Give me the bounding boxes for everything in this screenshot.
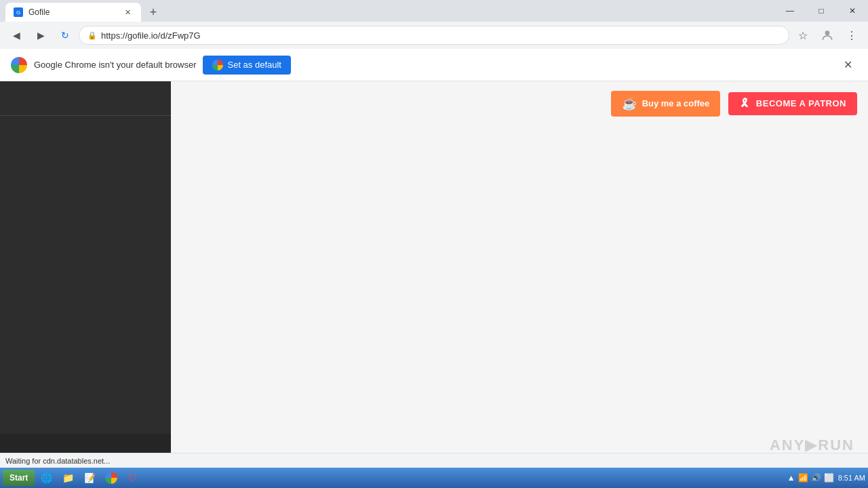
sidebar [0,81,171,468]
title-bar: G Gofile ✕ + — □ ✕ [0,0,868,22]
coffee-icon: ☕ [622,96,637,111]
lock-icon: 🔒 [87,31,97,40]
bookmark-button[interactable]: ☆ [792,24,814,46]
tab-favicon: G [14,7,23,17]
chrome-logo-icon [11,57,27,73]
browser-content: ☕ Buy me a coffee 🎗 BECOME A PATRON [0,81,868,468]
tray-battery-icon: ⬜ [824,473,834,483]
tray-network-icon: 📶 [798,473,808,483]
ie-icon: 🌐 [40,472,52,484]
status-text: Waiting for cdn.datatables.net... [5,457,110,465]
buy-coffee-button[interactable]: ☕ Buy me a coffee [611,91,721,117]
page-area: ☕ Buy me a coffee 🎗 BECOME A PATRON [171,81,868,468]
folder-icon: 📁 [62,472,74,484]
system-clock: 8:51 AM [838,474,865,482]
start-label: Start [9,473,28,483]
window-close-button[interactable]: ✕ [837,0,868,22]
tab-strip: G Gofile ✕ + [0,0,774,22]
set-as-default-button[interactable]: Set as default [203,56,291,75]
set-default-icon [212,60,223,70]
notification-text: Google Chrome isn't your default browser [34,60,196,70]
page-header: ☕ Buy me a coffee 🎗 BECOME A PATRON [171,81,868,125]
patreon-icon: 🎗 [739,98,751,110]
window-controls: — □ ✕ [774,0,868,22]
taskbar-security[interactable]: 🛡 [123,470,143,486]
maximize-button[interactable]: □ [806,0,837,22]
notepad-icon: 📝 [83,472,96,484]
status-bar: Waiting for cdn.datatables.net... [0,453,868,468]
start-button[interactable]: Start [3,470,35,486]
set-default-label: Set as default [227,60,281,70]
become-patron-button[interactable]: 🎗 BECOME A PATRON [728,92,857,115]
taskbar-chrome[interactable] [101,470,121,486]
tab-title: Gofile [28,7,117,17]
taskbar: Start 🌐 📁 📝 🛡 ▲ 📶 🔊 ⬜ 8:51 AM [0,468,868,488]
tray-icon-1: ▲ [787,473,795,483]
buy-coffee-label: Buy me a coffee [642,98,710,108]
back-button[interactable]: ◀ [5,24,27,46]
notification-close-button[interactable]: ✕ [838,56,857,75]
tray-icons: ▲ 📶 🔊 ⬜ [787,473,834,483]
become-patron-label: BECOME A PATRON [756,98,846,108]
anyrun-text: ANY▶RUN [770,436,854,454]
security-icon: 🛡 [127,472,139,484]
sidebar-divider [0,115,171,116]
refresh-button[interactable]: ↻ [54,24,76,46]
tab-close-button[interactable]: ✕ [122,7,133,18]
taskbar-folder[interactable]: 📁 [58,470,78,486]
taskbar-notepad[interactable]: 📝 [79,470,100,486]
new-tab-button[interactable]: + [144,3,163,22]
anyrun-watermark: ANY▶RUN [770,436,854,454]
notification-bar: Google Chrome isn't your default browser… [0,49,868,81]
taskbar-ie[interactable]: 🌐 [36,470,56,486]
navigation-bar: ◀ ▶ ↻ 🔒 https://gofile.io/d/zFwp7G ☆ ⋮ [0,22,868,49]
active-tab[interactable]: G Gofile ✕ [5,3,141,22]
tray-volume-icon: 🔊 [811,473,821,483]
minimize-button[interactable]: — [774,0,806,22]
forward-button[interactable]: ▶ [30,24,52,46]
profile-icon [821,28,834,42]
profile-button[interactable] [816,24,838,46]
taskbar-right: ▲ 📶 🔊 ⬜ 8:51 AM [787,473,865,483]
sidebar-top [0,81,171,115]
address-bar[interactable]: 🔒 https://gofile.io/d/zFwp7G [79,26,789,45]
url-text: https://gofile.io/d/zFwp7G [101,30,781,41]
chrome-menu-button[interactable]: ⋮ [841,24,863,46]
chrome-taskbar-icon [105,472,117,484]
page-body [171,125,868,468]
svg-point-0 [825,30,830,35]
